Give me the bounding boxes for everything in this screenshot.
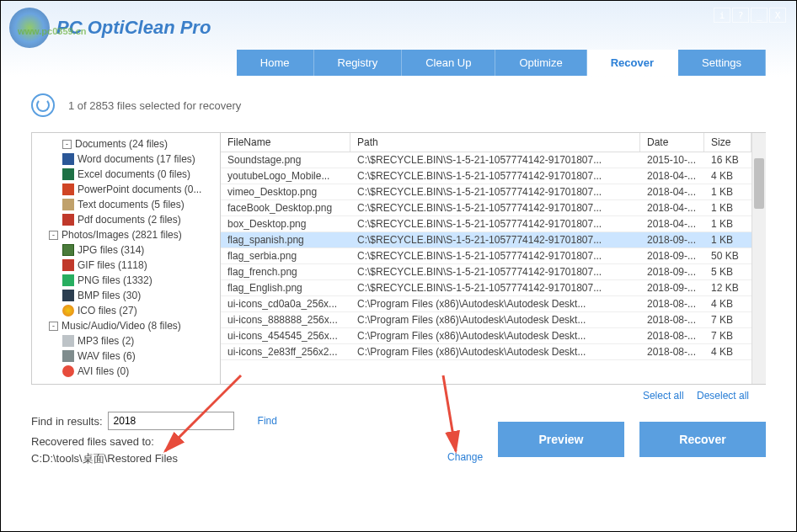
tree-item[interactable]: ICO files (27) <box>32 303 220 318</box>
png-icon <box>62 274 74 286</box>
tab-recover[interactable]: Recover <box>587 50 678 76</box>
table-row[interactable]: ui-icons_cd0a0a_256x...C:\Program Files … <box>221 296 752 312</box>
cell-date: 2018-04-... <box>640 184 704 200</box>
cell-date: 2018-08-... <box>640 296 704 311</box>
cell-path: C:\$RECYCLE.BIN\S-1-5-21-1057774142-9170… <box>350 152 640 168</box>
bottom-bar: Find in results: Find Recovered files sa… <box>31 407 766 466</box>
select-all-link[interactable]: Select all <box>643 390 684 402</box>
table-row[interactable]: ui-icons_888888_256x...C:\Program Files … <box>221 312 752 328</box>
minimize-button[interactable]: _ <box>751 8 768 23</box>
col-filename[interactable]: FileName <box>221 133 350 152</box>
tree-item[interactable]: Text documents (5 files) <box>32 197 220 212</box>
wav-icon <box>62 350 74 362</box>
cell-name: faceBook_Desktop.png <box>221 200 350 215</box>
table-row[interactable]: faceBook_Desktop.pngC:\$RECYCLE.BIN\S-1-… <box>221 200 752 216</box>
table-row[interactable]: ui-icons_454545_256x...C:\Program Files … <box>221 328 752 344</box>
info-button[interactable]: i <box>714 8 730 23</box>
main-tabs: HomeRegistryClean UpOptimizeRecoverSetti… <box>237 50 766 76</box>
tree-item[interactable]: AVI files (0) <box>32 364 220 379</box>
help-button[interactable]: ? <box>732 8 749 23</box>
tab-home[interactable]: Home <box>237 50 314 76</box>
pdf-icon <box>62 214 74 226</box>
cell-path: C:\$RECYCLE.BIN\S-1-5-21-1057774142-9170… <box>350 232 640 247</box>
table-row[interactable]: flag_spanish.pngC:\$RECYCLE.BIN\S-1-5-21… <box>221 232 752 248</box>
tree-item[interactable]: Word documents (17 files) <box>32 152 220 167</box>
tab-optimize[interactable]: Optimize <box>495 50 586 76</box>
table-row[interactable]: flag_English.pngC:\$RECYCLE.BIN\S-1-5-21… <box>221 280 752 296</box>
tree-item[interactable]: Pdf documents (2 files) <box>32 212 220 227</box>
tab-clean-up[interactable]: Clean Up <box>402 50 495 76</box>
tree-item-label: PowerPoint documents (0... <box>78 184 201 195</box>
cell-size: 7 KB <box>704 312 752 327</box>
tree-item-label: Excel documents (0 files) <box>78 168 190 180</box>
table-row[interactable]: box_Desktop.pngC:\$RECYCLE.BIN\S-1-5-21-… <box>221 216 752 232</box>
tree-item-label: BMP files (30) <box>78 290 141 301</box>
cell-date: 2018-08-... <box>640 328 704 343</box>
tree-item[interactable]: -Music/Audio/Video (8 files) <box>32 318 220 333</box>
find-link[interactable]: Find <box>258 415 277 427</box>
watermark-text: www.pc0359.cn <box>18 26 87 36</box>
tab-registry[interactable]: Registry <box>314 50 403 76</box>
find-label: Find in results: <box>31 415 103 428</box>
col-path[interactable]: Path <box>350 133 640 152</box>
ppt-icon <box>62 184 74 195</box>
file-grid: FileName Path Date Size Soundstage.pngC:… <box>221 133 752 384</box>
close-button[interactable]: X <box>769 8 786 23</box>
cell-date: 2018-09-... <box>640 280 704 295</box>
tree-item[interactable]: -Documents (24 files) <box>32 136 220 152</box>
cell-size: 1 KB <box>704 216 752 231</box>
find-input[interactable] <box>108 412 234 430</box>
tree-toggle-icon[interactable]: - <box>49 231 58 240</box>
tree-item[interactable]: JPG files (314) <box>32 242 220 258</box>
change-link[interactable]: Change <box>447 451 483 466</box>
tree-item[interactable]: BMP files (30) <box>32 288 220 303</box>
cell-size: 16 KB <box>704 152 752 168</box>
col-date[interactable]: Date <box>640 133 704 152</box>
bottom-left: Find in results: Find Recovered files sa… <box>31 412 498 466</box>
tree-toggle-icon[interactable]: - <box>62 140 72 149</box>
tree-item[interactable]: WAV files (6) <box>32 348 220 364</box>
cell-path: C:\$RECYCLE.BIN\S-1-5-21-1057774142-9170… <box>350 264 640 279</box>
cell-path: C:\$RECYCLE.BIN\S-1-5-21-1057774142-9170… <box>350 216 640 231</box>
action-buttons: Preview Recover <box>498 422 766 457</box>
deselect-all-link[interactable]: Deselect all <box>697 390 749 402</box>
select-links: Select all Deselect all <box>31 385 766 407</box>
tree-item[interactable]: PowerPoint documents (0... <box>32 182 220 197</box>
recover-button[interactable]: Recover <box>639 422 766 457</box>
ico-icon <box>62 305 74 317</box>
tree-item[interactable]: Excel documents (0 files) <box>32 167 220 182</box>
cell-date: 2018-09-... <box>640 264 704 279</box>
tree-item-label: AVI files (0) <box>78 365 129 377</box>
cell-size: 5 KB <box>704 264 752 279</box>
cell-path: C:\$RECYCLE.BIN\S-1-5-21-1057774142-9170… <box>350 184 640 200</box>
txt-icon <box>62 199 74 210</box>
tree-item[interactable]: MP3 files (2) <box>32 333 220 348</box>
tab-settings[interactable]: Settings <box>678 50 766 76</box>
table-row[interactable]: ui-icons_2e83ff_256x2...C:\Program Files… <box>221 344 752 360</box>
tree-item[interactable]: GIF files (1118) <box>32 258 220 273</box>
tree-item[interactable]: -Photos/Images (2821 files) <box>32 227 220 242</box>
status-row: 1 of 2853 files selected for recovery <box>31 93 766 117</box>
cell-size: 4 KB <box>704 296 752 311</box>
cell-path: C:\Program Files (x86)\Autodesk\Autodesk… <box>350 328 640 343</box>
excel-icon <box>62 168 74 180</box>
grid-scrollbar[interactable] <box>752 133 766 384</box>
cell-path: C:\$RECYCLE.BIN\S-1-5-21-1057774142-9170… <box>350 248 640 263</box>
table-row[interactable]: flag_serbia.pngC:\$RECYCLE.BIN\S-1-5-21-… <box>221 248 752 264</box>
table-row[interactable]: youtubeLogo_Mobile...C:\$RECYCLE.BIN\S-1… <box>221 168 752 184</box>
tree-toggle-icon[interactable]: - <box>49 322 58 331</box>
col-size[interactable]: Size <box>704 133 752 152</box>
content-area: -Documents (24 files)Word documents (17 … <box>31 132 766 385</box>
file-tree[interactable]: -Documents (24 files)Word documents (17 … <box>32 133 221 384</box>
table-row[interactable]: vimeo_Desktop.pngC:\$RECYCLE.BIN\S-1-5-2… <box>221 184 752 200</box>
cell-date: 2018-04-... <box>640 216 704 231</box>
cell-date: 2018-08-... <box>640 312 704 327</box>
file-grid-wrap: FileName Path Date Size Soundstage.pngC:… <box>221 133 766 384</box>
preview-button[interactable]: Preview <box>498 422 624 457</box>
tree-item[interactable]: PNG files (1332) <box>32 273 220 288</box>
tree-item-label: JPG files (314) <box>78 244 144 256</box>
table-row[interactable]: flag_french.pngC:\$RECYCLE.BIN\S-1-5-21-… <box>221 264 752 280</box>
avi-icon <box>62 365 74 377</box>
table-row[interactable]: Soundstage.pngC:\$RECYCLE.BIN\S-1-5-21-1… <box>221 152 752 168</box>
refresh-icon[interactable] <box>31 93 55 117</box>
